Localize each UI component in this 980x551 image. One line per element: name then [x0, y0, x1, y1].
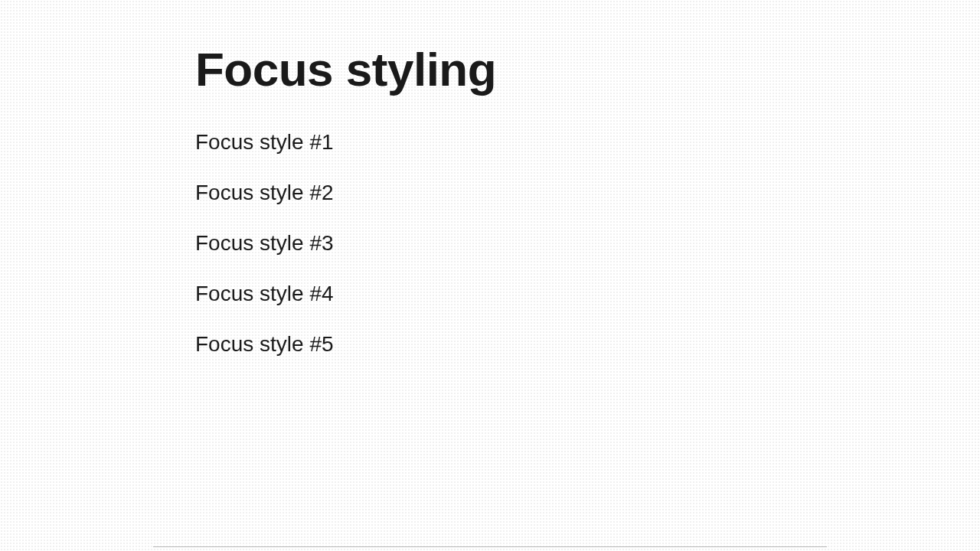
focus-style-link-1[interactable]: Focus style #1	[195, 130, 334, 154]
main-content: Focus styling Focus style #1 Focus style…	[0, 0, 980, 355]
page-title: Focus styling	[195, 42, 980, 96]
list-item[interactable]: Focus style #5	[195, 334, 980, 355]
list-item[interactable]: Focus style #4	[195, 283, 980, 305]
list-item[interactable]: Focus style #2	[195, 182, 980, 204]
focus-style-list: Focus style #1 Focus style #2 Focus styl…	[195, 132, 980, 355]
list-item[interactable]: Focus style #1	[195, 132, 980, 153]
divider	[153, 546, 827, 547]
focus-style-link-3[interactable]: Focus style #3	[195, 231, 334, 255]
list-item[interactable]: Focus style #3	[195, 233, 980, 254]
focus-style-link-4[interactable]: Focus style #4	[195, 282, 334, 305]
focus-style-link-2[interactable]: Focus style #2	[195, 181, 334, 204]
focus-style-link-5[interactable]: Focus style #5	[195, 332, 334, 356]
